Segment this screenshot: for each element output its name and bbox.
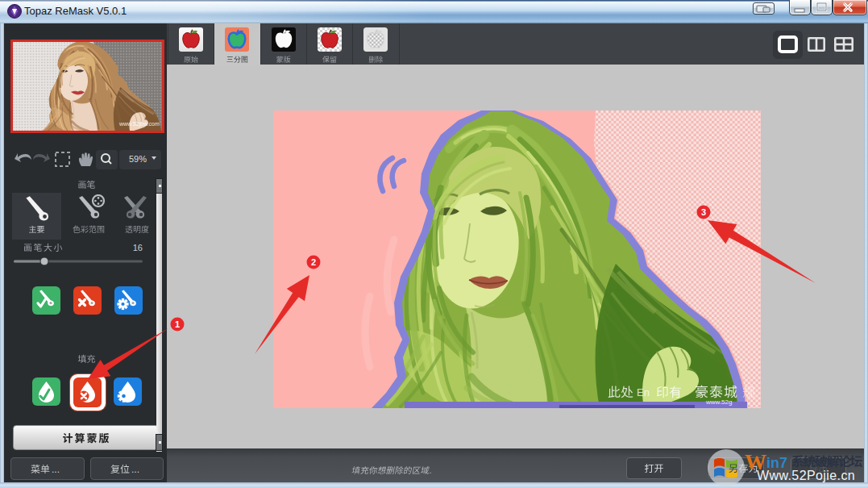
svg-text:.: . (430, 465, 432, 475)
svg-text:www.52g: www.52g (705, 398, 732, 406)
svg-text:En: En (637, 386, 650, 398)
svg-text:...: ... (131, 464, 139, 475)
svg-text:16: 16 (133, 243, 143, 252)
svg-text:Www.52Pojie.cn: Www.52Pojie.cn (757, 469, 855, 482)
svg-text:...: ... (52, 464, 60, 475)
